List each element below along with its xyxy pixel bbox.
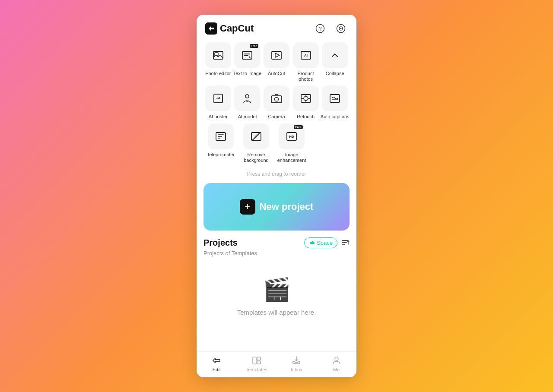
nav-label-edit: Edit [213,367,221,372]
teleprompter-label: Teleprompter [207,152,235,158]
svg-text:AI: AI [304,54,308,57]
nav-item-templates[interactable]: Templates [237,355,277,372]
space-button[interactable]: Space [304,237,337,248]
svg-point-18 [274,98,278,101]
remove-bg-icon-wrap [243,123,269,149]
space-cloud-icon [309,240,315,246]
svg-point-5 [340,28,342,29]
templates-nav-icon [251,355,262,366]
photo-editor-icon-wrap [205,42,231,68]
camera-tool-icon [270,92,283,104]
product-photos-icon-wrap: AI [293,42,319,68]
bottom-nav: Edit Templates Inbox Me [197,351,356,377]
tool-image-enhancement[interactable]: Free HD Image enhancement [276,123,307,163]
svg-text:AI: AI [246,100,248,102]
tool-collapse[interactable]: Collapse [320,42,350,82]
collapse-icon-wrap [322,42,348,68]
svg-text:AI: AI [216,96,220,100]
projects-subtitle: Projects of Templates [203,250,350,256]
tool-ai-model[interactable]: AI AI model [233,85,262,120]
svg-rect-28 [257,361,261,364]
camera-icon [336,24,346,33]
image-enhancement-icon: HD [286,130,298,142]
tool-text-to-image[interactable]: Free Text to image [233,42,262,82]
app-logo: CapCut [205,22,254,35]
nav-item-inbox[interactable]: Inbox [276,355,317,372]
image-enhancement-label: Image enhancement [276,152,307,163]
tools-row-2: AI AI poster AI AI model [203,85,350,120]
free-badge-image-enhancement: Free [294,125,303,129]
projects-section: Projects Space P [197,237,356,325]
nav-label-me: Me [333,367,340,372]
auto-captions-icon [329,92,341,104]
product-photos-label: Product photos [291,71,321,82]
logo-text: CapCut [220,23,254,34]
retouch-icon [300,92,312,104]
tools-row-3: Teleprompter Remove background [203,123,350,163]
camera-tool-icon-wrap [264,85,289,111]
svg-point-15 [245,95,249,98]
sort-button[interactable] [341,238,350,247]
free-badge-text-to-image: Free [250,44,259,48]
retouch-label: Retouch [297,114,315,120]
sort-icon [341,238,350,247]
main-scroll: Photo editor Free Text to image [197,39,356,351]
tool-camera[interactable]: Camera [262,85,291,120]
image-enhancement-icon-wrap: Free HD [279,123,305,149]
teleprompter-icon-wrap [208,123,234,149]
autocut-label: AutoCut [268,71,285,76]
autocut-icon-wrap [264,42,289,68]
nav-item-edit[interactable]: Edit [197,355,237,372]
ai-poster-icon: AI [212,92,224,104]
nav-label-inbox: Inbox [291,367,302,372]
svg-rect-26 [253,357,256,364]
tool-retouch[interactable]: Retouch [291,85,321,120]
camera-label: Camera [268,114,285,120]
help-button[interactable]: ? [313,22,327,35]
help-icon: ? [315,24,325,33]
tool-auto-captions[interactable]: Auto captions [320,85,350,120]
text-to-image-icon-wrap: Free [234,42,260,68]
remove-bg-label: Remove background [241,152,272,163]
tool-photo-editor[interactable]: Photo editor [203,42,233,82]
nav-label-templates: Templates [246,367,267,372]
svg-marker-10 [275,53,280,57]
empty-state-text: Templates will appear here. [237,309,316,316]
svg-rect-27 [257,357,261,360]
collapse-icon [329,49,341,61]
svg-text:?: ? [318,25,321,32]
nav-item-me[interactable]: Me [317,355,357,372]
tool-product-photos[interactable]: AI Product photos [291,42,321,82]
svg-rect-17 [271,96,282,103]
tool-ai-poster[interactable]: AI AI poster [203,85,233,120]
product-photos-icon: AI [300,49,312,61]
empty-state: 🎬 Templates will appear here. [203,263,350,325]
new-project-button[interactable]: + New project [203,183,350,231]
projects-header: Projects Space [203,237,350,248]
photo-editor-icon [212,49,224,61]
ai-poster-icon-wrap: AI [205,85,231,111]
autocut-icon [270,49,283,61]
me-nav-icon [331,355,342,366]
ai-model-icon-wrap: AI [234,85,260,111]
svg-point-29 [335,357,338,360]
ai-poster-label: AI poster [209,114,228,120]
phone-container: CapCut ? [197,15,356,377]
teleprompter-icon [215,130,227,142]
auto-captions-icon-wrap [322,85,348,111]
camera-button[interactable] [334,22,348,35]
ai-model-icon: AI [241,92,253,104]
new-project-label: New project [260,201,314,212]
collapse-label: Collapse [326,71,344,76]
tool-remove-background[interactable]: Remove background [241,123,272,163]
film-icon: 🎬 [263,276,291,303]
tools-section: Photo editor Free Text to image [197,39,356,163]
svg-point-20 [304,96,308,101]
new-project-plus-icon: + [240,199,255,215]
tool-autocut[interactable]: AutoCut [262,42,291,82]
text-to-image-icon [241,49,253,61]
ai-model-label: AI model [238,114,257,120]
header-icons: ? [313,22,348,35]
tool-teleprompter[interactable]: Teleprompter [205,123,236,163]
projects-header-right: Space [304,237,350,248]
